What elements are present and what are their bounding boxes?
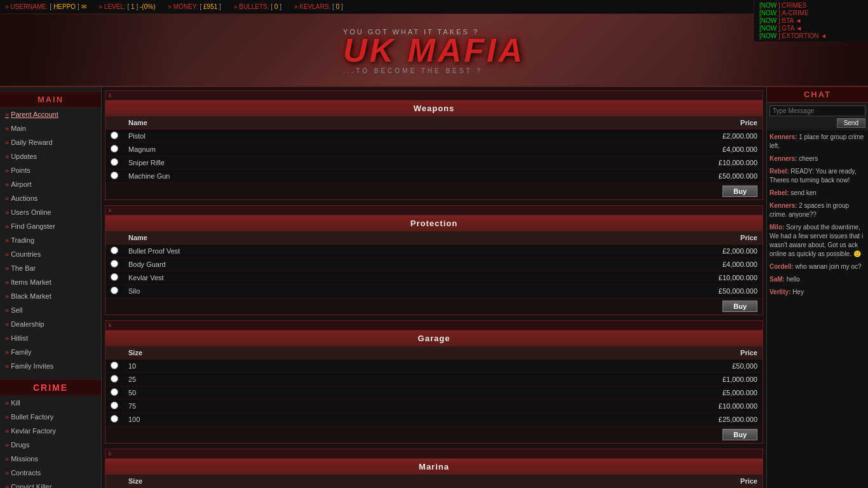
chat-sender[interactable]: Kenners: (770, 202, 797, 209)
radio-cell[interactable] (105, 156, 123, 170)
sidebar-item-dealership[interactable]: Dealership (0, 317, 101, 331)
sidebar-item-the-bar[interactable]: The Bar (0, 261, 101, 275)
sidebar-item-airport[interactable]: Airport (0, 177, 101, 191)
chat-sender[interactable]: Kenners: (770, 133, 797, 140)
chat-messages: Kenners: 1 place for group crime left.Ke… (767, 130, 868, 488)
banner-left-figure (0, 14, 178, 87)
chat-sender[interactable]: SaM: (770, 276, 785, 283)
weapons-col-price: Price (452, 116, 763, 130)
marina-col-size: Size (123, 475, 334, 488)
chat-sender[interactable]: Rebel: (770, 168, 789, 175)
radio-cell[interactable] (105, 258, 123, 271)
sidebar-item-family[interactable]: Family (0, 345, 101, 359)
sidebar-item-missions[interactable]: Missions (0, 452, 101, 466)
marina-table: Size Price 10£50,00025£1,000.00050£5,000… (105, 475, 763, 488)
radio-cell[interactable] (105, 400, 123, 413)
chat-sender[interactable]: Verlity: (770, 288, 790, 295)
sidebar-item-convict-killer[interactable]: Convict Killer (0, 480, 101, 488)
protection-radio-2[interactable] (111, 273, 118, 281)
radio-cell[interactable] (105, 143, 123, 156)
protection-radio-0[interactable] (111, 247, 118, 254)
kevlars-value: 0 (336, 3, 340, 10)
radio-cell[interactable] (105, 386, 123, 400)
sidebar-item-daily-reward[interactable]: Daily Reward (0, 135, 101, 149)
sidebar-item-countries[interactable]: Countries (0, 247, 101, 261)
sidebar-item-contracts[interactable]: Contracts (0, 466, 101, 480)
chat-sender[interactable]: Milo: (770, 224, 784, 231)
table-row: 50£5,000.000 (105, 386, 763, 400)
sidebar-crime-header: CRIME (0, 379, 101, 396)
weapon-radio-2[interactable] (111, 158, 118, 166)
garage-col-size: Size (123, 346, 334, 360)
bullets-value: 0 (275, 3, 278, 10)
sidebar-item-parent-account[interactable]: Parent Account (0, 107, 101, 121)
weapon-radio-0[interactable] (111, 132, 118, 139)
garage-radio-3[interactable] (111, 402, 118, 409)
weapon-radio-1[interactable] (111, 145, 118, 152)
quick-link-3[interactable]: [NOW ]:BTA ◄ (759, 17, 863, 24)
banner-subtitle: YOU GOT WHAT IT TAKES ? (343, 28, 479, 36)
chat-sender[interactable]: Kenners: (770, 155, 797, 162)
radio-cell[interactable] (105, 130, 123, 143)
sidebar-item-trading[interactable]: Trading (0, 233, 101, 247)
sidebar-item-bullet-factory[interactable]: Bullet Factory (0, 410, 101, 424)
quick-link-4[interactable]: [NOW ]:GTA ◄ (759, 25, 863, 32)
kevlars-stat: » KEVLARS: [ 0 ] (294, 3, 343, 10)
quick-link-1[interactable]: [NOW ]:CRIMES (759, 2, 863, 9)
sidebar-item-points[interactable]: Points (0, 163, 101, 177)
header-banner: YOU GOT WHAT IT TAKES ? UK MAFIA ...TO B… (0, 14, 868, 87)
chat-send-button[interactable]: Send (837, 118, 865, 128)
banner-title: UK MAFIA (343, 31, 525, 69)
weapons-buy-button[interactable]: Buy (722, 186, 757, 197)
protection-radio-1[interactable] (111, 260, 118, 268)
chat-header: Chat (767, 87, 868, 102)
garage-radio-0[interactable] (111, 362, 118, 369)
protection-col-price: Price (480, 231, 763, 245)
protection-table: Name Price Bullet Proof Vest£2,000.000Bo… (105, 231, 763, 298)
weapon-radio-3[interactable] (111, 172, 118, 179)
sidebar-item-black-market[interactable]: Black Market (0, 289, 101, 303)
quick-link-5[interactable]: [NOW ]:EXTORTION ◄ (759, 32, 863, 39)
sidebar-item-updates[interactable]: Updates (0, 149, 101, 163)
radio-cell[interactable] (105, 360, 123, 373)
sidebar-item-family-invites[interactable]: Family Invites (0, 359, 101, 373)
sidebar-item-kevlar-factory[interactable]: Kevlar Factory (0, 424, 101, 438)
stats-bar: » USERNAME: [ HEPPO ] ✉ » LEVEL: [ 1 ] -… (0, 0, 868, 14)
weapons-col-name: Name (123, 116, 452, 130)
table-row: Machine Gun£50,000.000 (105, 170, 763, 183)
sidebar-item-drugs[interactable]: Drugs (0, 438, 101, 452)
username-stat: » USERNAME: [ HEPPO ] ✉ (5, 3, 86, 10)
chat-message-input[interactable] (770, 105, 865, 116)
radio-cell[interactable] (105, 245, 123, 258)
table-row: 10£50,000 (105, 360, 763, 373)
sidebar-item-users-online[interactable]: Users Online (0, 205, 101, 219)
chat-message: Milo: Sorry about the downtime, We had a… (770, 223, 865, 259)
table-row: Kevlar Vest£10,000.000 (105, 271, 763, 285)
weapons-table: Name Price Pistol£2,000.000Magnum£4,000.… (105, 116, 763, 183)
garage-radio-1[interactable] (111, 375, 118, 383)
radio-cell[interactable] (105, 271, 123, 285)
sidebar-item-sell[interactable]: Sell (0, 303, 101, 317)
garage-buy-button[interactable]: Buy (722, 429, 757, 440)
radio-cell[interactable] (105, 373, 123, 386)
radio-cell[interactable] (105, 285, 123, 298)
sidebar-main-header: MAIN (0, 92, 101, 107)
protection-radio-3[interactable] (111, 287, 118, 294)
table-row: 100£25,000.000 (105, 413, 763, 426)
quick-link-2[interactable]: [NOW ]:A-CRIME (759, 10, 863, 17)
radio-cell[interactable] (105, 170, 123, 183)
protection-buy-button[interactable]: Buy (722, 301, 757, 312)
sidebar-item-find-gangster[interactable]: Find Gangster (0, 219, 101, 233)
sidebar-item-hitlist[interactable]: Hitlist (0, 331, 101, 345)
garage-radio-2[interactable] (111, 388, 118, 396)
radio-cell[interactable] (105, 413, 123, 426)
email-icon[interactable]: ✉ (81, 3, 86, 10)
sidebar-item-kill[interactable]: Kill (0, 396, 101, 410)
chat-sender[interactable]: Rebel: (770, 189, 789, 196)
garage-buy-row: Buy (105, 426, 763, 443)
sidebar-item-main[interactable]: Main (0, 121, 101, 135)
chat-sender[interactable]: Cordell: (770, 263, 794, 270)
sidebar-item-auctions[interactable]: Auctions (0, 191, 101, 205)
garage-radio-4[interactable] (111, 415, 118, 423)
sidebar-item-items-market[interactable]: Items Market (0, 275, 101, 289)
